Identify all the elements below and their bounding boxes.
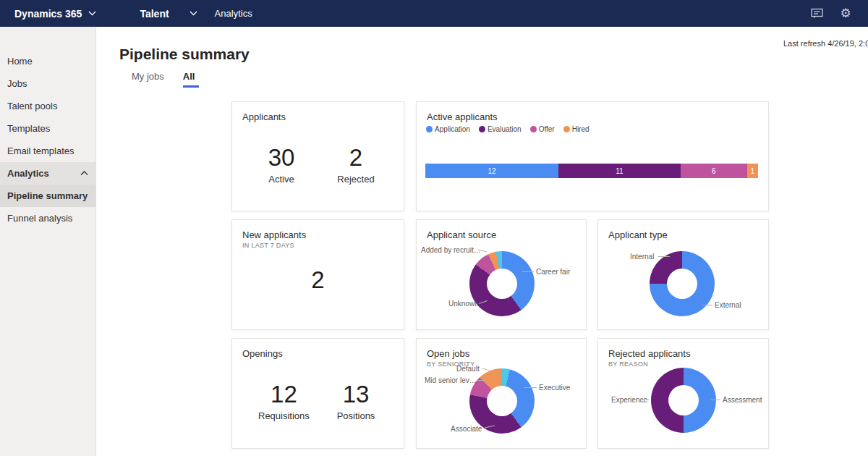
stat-value: 30 xyxy=(258,144,305,172)
card-applicants: Applicants 30 Active 2 Rejected xyxy=(231,101,404,211)
legend-label: Application xyxy=(435,125,470,133)
card-title: Openings xyxy=(242,348,283,359)
legend-dot xyxy=(479,126,485,132)
job-scope-tabs: My jobs All xyxy=(132,71,195,92)
sidebar-item-jobs[interactable]: Jobs xyxy=(0,72,95,95)
stage-legend: ApplicationEvaluationOfferHired xyxy=(426,125,590,133)
legend-item-offer: Offer xyxy=(530,125,555,133)
card-subtitle: IN LAST 7 DAYS xyxy=(242,242,294,249)
donut-label-internal: Internal xyxy=(630,253,654,261)
stat-label: Rejected xyxy=(333,174,379,185)
legend-dot xyxy=(530,126,537,132)
card-open-jobs: Open jobs BY SENIORITY Default Mid senio… xyxy=(416,338,587,449)
legend-dot xyxy=(563,126,570,132)
bar-segment-value: 11 xyxy=(616,167,623,175)
donut-label-mid-senior: Mid senior lev… xyxy=(425,376,477,384)
legend-label: Evaluation xyxy=(488,125,522,133)
card-title: Open jobs xyxy=(427,348,469,359)
chevron-down-icon[interactable] xyxy=(190,11,197,16)
tab-my-jobs[interactable]: My jobs xyxy=(132,71,164,92)
sidebar-item-analytics[interactable]: Analytics xyxy=(0,162,95,185)
card-title: Applicant source xyxy=(427,229,496,240)
stat-value: 2 xyxy=(333,144,379,172)
legend-item-hired: Hired xyxy=(563,125,590,133)
bar-segment-value: 1 xyxy=(751,167,755,175)
card-new-applicants: New applicants IN LAST 7 DAYS 2 xyxy=(231,219,404,330)
nav-app-label: Talent xyxy=(140,8,169,20)
card-title: Applicant type xyxy=(608,229,668,240)
tab-all[interactable]: All xyxy=(183,71,195,92)
card-title: Active applicants xyxy=(427,111,498,122)
bar-segment-hired[interactable]: 1 xyxy=(747,164,758,178)
card-applicant-source: Applicant source Added by recruit… Caree… xyxy=(416,219,587,330)
stat-label: Requisitions xyxy=(258,410,310,421)
sidebar: Home Jobs Talent pools Templates Email t… xyxy=(0,27,96,456)
feedback-icon[interactable] xyxy=(810,7,823,20)
nav-app-talent[interactable]: Talent xyxy=(140,8,169,20)
label-connector-line xyxy=(482,368,490,371)
bar-segment-evaluation[interactable]: 11 xyxy=(558,164,681,178)
bar-segment-value: 6 xyxy=(712,167,716,175)
donut-label-associate: Associate xyxy=(451,425,482,433)
card-subtitle: BY REASON xyxy=(608,360,648,368)
nav-section-analytics[interactable]: Analytics xyxy=(215,8,252,19)
sidebar-item-funnel-analysis[interactable]: Funnel analysis xyxy=(0,207,95,229)
card-title: New applicants xyxy=(242,229,306,240)
label-connector-line xyxy=(522,271,534,272)
stat-rejected: 2 Rejected xyxy=(333,144,379,185)
card-applicant-type: Applicant type Internal External xyxy=(597,219,769,330)
stat-positions: 13 Positions xyxy=(333,381,379,421)
settings-gear-icon[interactable]: ⚙ xyxy=(839,7,852,20)
nav-brand-dynamics365[interactable]: Dynamics 365 xyxy=(14,8,96,20)
sidebar-item-home[interactable]: Home xyxy=(0,50,95,72)
label-connector-line xyxy=(702,305,712,305)
applicant-source-donut[interactable] xyxy=(469,251,535,316)
sidebar-item-talent-pools[interactable]: Talent pools xyxy=(0,95,95,117)
card-openings: Openings 12 Requisitions 13 Positions xyxy=(231,338,404,449)
legend-item-application: Application xyxy=(426,125,470,133)
applicant-type-donut[interactable] xyxy=(650,251,715,316)
nav-brand-label: Dynamics 365 xyxy=(14,8,82,20)
sidebar-item-email-templates[interactable]: Email templates xyxy=(0,140,95,162)
bar-segment-offer[interactable]: 6 xyxy=(681,164,747,178)
pipeline-stacked-bar[interactable]: 121161 xyxy=(425,164,758,178)
card-active-applicants: Active applicants ApplicationEvaluationO… xyxy=(416,101,769,211)
chevron-down-icon xyxy=(88,11,96,16)
stat-value: 12 xyxy=(258,381,310,408)
bar-segment-value: 12 xyxy=(488,167,495,175)
rejected-applicants-donut[interactable] xyxy=(651,368,716,433)
bar-segment-application[interactable]: 12 xyxy=(425,164,558,178)
applicants-stats: 30 Active 2 Rejected xyxy=(232,144,404,185)
donut-label-assessment: Assessment xyxy=(723,396,762,404)
legend-label: Hired xyxy=(572,125,590,133)
legend-item-evaluation: Evaluation xyxy=(479,125,522,133)
label-connector-line xyxy=(711,400,720,400)
openings-stats: 12 Requisitions 13 Positions xyxy=(232,381,404,421)
nav-right-icons: ⚙ xyxy=(810,7,852,20)
open-jobs-donut[interactable] xyxy=(469,368,535,434)
donut-label-default: Default xyxy=(456,365,480,373)
donut-label-executive: Executive xyxy=(539,384,570,392)
card-rejected-applicants: Rejected applicants BY REASON Experience… xyxy=(597,338,769,449)
stat-active: 30 Active xyxy=(258,144,305,185)
active-tab-underline xyxy=(183,85,199,88)
label-connector-line xyxy=(524,387,537,388)
card-title: Rejected applicants xyxy=(608,348,690,359)
sidebar-item-templates[interactable]: Templates xyxy=(0,117,95,140)
donut-label-career-fair: Career fair xyxy=(536,268,570,276)
top-nav: Dynamics 365 Talent Analytics ⚙ xyxy=(0,0,868,27)
label-connector-line xyxy=(640,400,650,400)
page-title: Pipeline summary xyxy=(119,46,250,63)
chevron-up-icon xyxy=(80,171,88,176)
stat-value: 13 xyxy=(333,381,379,408)
donut-label-added-by-recruiter: Added by recruit… xyxy=(421,246,476,254)
donut-label-unknown: Unknown xyxy=(448,300,479,308)
last-refresh-timestamp: Last refresh 4/26/19, 2:00 xyxy=(783,39,868,48)
legend-label: Offer xyxy=(539,125,555,133)
label-connector-line xyxy=(658,256,670,257)
stat-label: Positions xyxy=(333,410,379,421)
new-applicants-count: 2 xyxy=(232,266,404,294)
sidebar-item-pipeline-summary[interactable]: Pipeline summary xyxy=(0,185,95,207)
card-title: Applicants xyxy=(242,111,286,122)
label-connector-line xyxy=(477,380,486,381)
